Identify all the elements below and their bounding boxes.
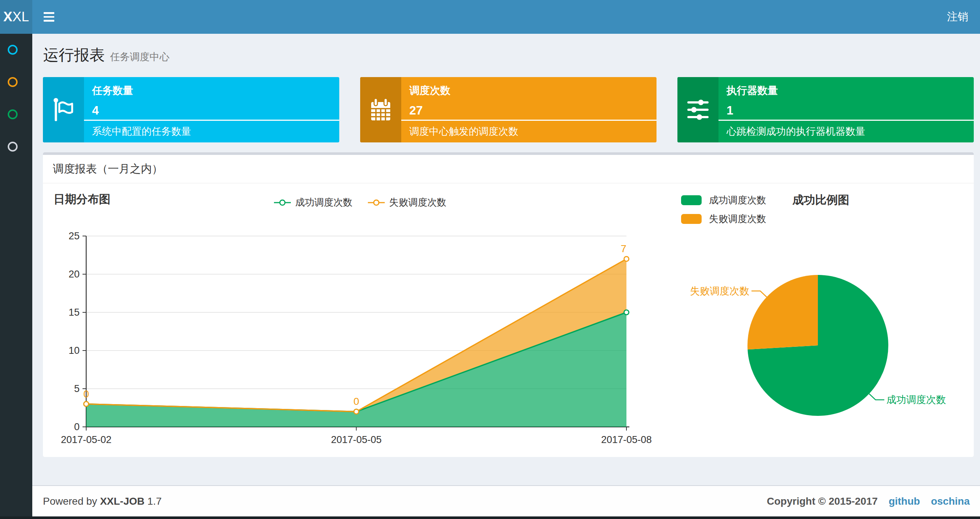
stat-card-description: 系统中配置的任务数量 <box>92 125 191 138</box>
svg-text:失败调度次数: 失败调度次数 <box>690 286 749 297</box>
stat-card-body: 执行器数量 1 心跳检测成功的执行器机器数量 <box>719 77 974 142</box>
bottom-strip <box>0 516 980 519</box>
navbar: XXL 注销 <box>0 0 980 34</box>
svg-text:2017-05-08: 2017-05-08 <box>601 434 652 445</box>
sidebar-item-3[interactable] <box>0 98 32 131</box>
svg-text:7: 7 <box>620 243 627 254</box>
logo-bold: X <box>3 9 13 25</box>
pie-legend-item-2[interactable]: 失败调度次数 <box>681 212 766 225</box>
success-ratio-pie-chart: 成功调度次数失败调度次数 <box>680 228 974 448</box>
stat-card-body: 调度次数 27 调度中心触发的调度次数 <box>401 77 657 142</box>
sidebar-item-2[interactable] <box>0 66 32 98</box>
legend-label: 成功调度次数 <box>295 196 352 209</box>
product-version: 1.7 <box>148 495 162 507</box>
oschina-link[interactable]: oschina <box>931 495 970 507</box>
pie-chart-title: 成功比例图 <box>744 192 898 208</box>
calendar-icon <box>360 77 401 142</box>
page-title: 运行报表 <box>43 46 105 64</box>
pie-series-swatch <box>681 195 702 205</box>
stat-card-description: 调度中心触发的调度次数 <box>409 125 518 138</box>
stat-card-body: 任务数量 4 系统中配置的任务数量 <box>84 77 339 142</box>
line-chart-title: 日期分布图 <box>54 192 110 207</box>
date-distribution-chart: 05101520252017-05-022017-05-052017-05-08… <box>49 228 663 448</box>
svg-text:5: 5 <box>74 383 80 394</box>
svg-text:0: 0 <box>353 396 360 407</box>
hamburger-icon <box>44 12 54 22</box>
svg-text:2017-05-02: 2017-05-02 <box>61 434 111 445</box>
app-logo[interactable]: XXL <box>0 0 32 34</box>
copyright-block: Copyright © 2015-2017 github oschina <box>767 495 970 507</box>
svg-text:10: 10 <box>68 345 80 356</box>
circle-o-icon <box>8 45 18 55</box>
stat-cards-row: 任务数量 4 系统中配置的任务数量 调度次数 27 调度中心触发的调度次数 <box>43 77 974 142</box>
logout-link[interactable]: 注销 <box>935 0 980 34</box>
circle-o-icon <box>8 142 18 152</box>
powered-by: Powered by XXL-JOB 1.7 <box>43 495 162 507</box>
svg-text:0: 0 <box>74 422 80 433</box>
circle-o-icon <box>8 77 18 87</box>
stat-card-value: 27 <box>409 104 657 117</box>
footer: Powered by XXL-JOB 1.7 Copyright © 2015-… <box>32 485 980 517</box>
logo-rest: XL <box>13 9 29 25</box>
legend-label: 失败调度次数 <box>389 196 446 209</box>
flag-icon <box>43 77 84 142</box>
page-header: 运行报表任务调度中心 <box>43 45 169 65</box>
svg-text:20: 20 <box>68 269 80 280</box>
stat-card-description: 心跳检测成功的执行器机器数量 <box>727 125 865 138</box>
stat-card-value: 4 <box>92 104 339 117</box>
svg-text:15: 15 <box>68 307 80 318</box>
line-legend-item-2[interactable]: 失败调度次数 <box>368 196 446 209</box>
stat-card-label: 执行器数量 <box>727 84 974 97</box>
panel-title: 调度报表（一月之内） <box>43 155 974 184</box>
sidebar-menu <box>0 34 32 163</box>
page-subtitle: 任务调度中心 <box>110 51 169 62</box>
powered-by-prefix: Powered by <box>43 495 97 507</box>
line-series-icon <box>368 199 385 206</box>
sidebar-item-4[interactable] <box>0 131 32 163</box>
legend-label: 失败调度次数 <box>709 212 766 225</box>
sidebar <box>0 34 32 519</box>
stat-card-label: 调度次数 <box>409 84 657 97</box>
svg-text:25: 25 <box>68 230 80 241</box>
github-link[interactable]: github <box>889 495 920 507</box>
stat-card-label: 任务数量 <box>92 84 339 97</box>
svg-text:成功调度次数: 成功调度次数 <box>886 394 946 405</box>
stat-card-3: 执行器数量 1 心跳检测成功的执行器机器数量 <box>678 77 974 142</box>
line-chart-legend: 成功调度次数失败调度次数 <box>274 196 446 209</box>
sidebar-item-1[interactable] <box>0 34 32 66</box>
svg-text:0: 0 <box>83 388 89 400</box>
stat-card-1: 任务数量 4 系统中配置的任务数量 <box>43 77 339 142</box>
svg-text:2017-05-05: 2017-05-05 <box>331 434 382 445</box>
line-legend-item-1[interactable]: 成功调度次数 <box>274 196 352 209</box>
sidebar-toggle-button[interactable] <box>32 0 65 34</box>
line-series-icon <box>274 199 291 206</box>
circle-o-icon <box>8 109 18 119</box>
stat-card-2: 调度次数 27 调度中心触发的调度次数 <box>360 77 657 142</box>
divider <box>401 120 657 121</box>
product-name: XXL-JOB <box>100 495 145 507</box>
divider <box>84 120 339 121</box>
pie-series-swatch <box>681 214 702 224</box>
divider <box>719 120 974 121</box>
sliders-icon <box>678 77 719 142</box>
report-panel: 调度报表（一月之内） 日期分布图 成功调度次数失败调度次数 0510152025… <box>43 152 974 457</box>
copyright-text: Copyright © 2015-2017 <box>767 495 878 507</box>
stat-card-value: 1 <box>727 104 974 117</box>
